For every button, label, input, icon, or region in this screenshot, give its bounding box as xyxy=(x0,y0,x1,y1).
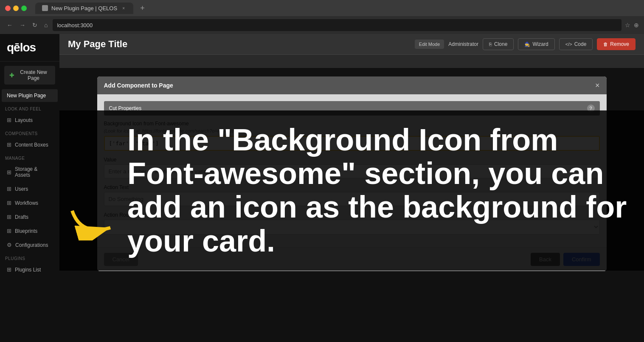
traffic-light-green[interactable] xyxy=(21,6,27,11)
modal-overlay[interactable]: Add Component to Page × Cut Properties ?… xyxy=(59,68,644,342)
tab-title: New Plugin Page | QELOS xyxy=(51,5,117,11)
content-boxes-icon: ⊞ xyxy=(7,141,11,148)
remove-icon: 🗑 xyxy=(603,42,608,47)
bookmark-button[interactable]: ☆ xyxy=(625,22,630,28)
clone-icon: ⎘ xyxy=(489,42,492,47)
action-route-section: Action Route xyxy=(104,212,600,235)
sidebar-item-workflows[interactable]: ⊞ Workflows xyxy=(2,196,58,209)
create-new-page-button[interactable]: ✚ Create New Page xyxy=(4,66,55,85)
modal: Add Component to Page × Cut Properties ?… xyxy=(97,76,607,271)
page-title: My Page Title xyxy=(68,39,127,50)
sidebar-item-plugins-list[interactable]: ⊞ Plugins List xyxy=(2,263,58,276)
value-section: Value xyxy=(104,157,600,178)
sidebar-item-storage[interactable]: ⊞ Storage & Assets xyxy=(2,163,58,181)
browser-addressbar: ← → ↻ ⌂ ☆ ⊕ xyxy=(0,16,644,34)
sidebar: qēlos ✚ Create New Page New Plugin Page … xyxy=(0,34,59,342)
modal-title: Add Component to Page xyxy=(104,82,173,89)
browser-tab[interactable]: New Plugin Page | QELOS × xyxy=(35,3,133,14)
modal-header: Add Component to Page × xyxy=(97,76,607,94)
storage-icon: ⊞ xyxy=(7,169,11,175)
admin-text: Administrator xyxy=(448,41,478,47)
browser-titlebar: New Plugin Page | QELOS × + xyxy=(0,0,644,16)
browser-chrome: New Plugin Page | QELOS × + ← → ↻ ⌂ ☆ ⊕ xyxy=(0,0,644,34)
drafts-icon: ⊞ xyxy=(7,214,11,220)
edit-mode-label: Edit Mode xyxy=(419,42,440,47)
action-text-input[interactable] xyxy=(104,192,600,206)
confirm-button[interactable]: Confirm xyxy=(563,253,600,266)
tooltip-text: Cut Properties xyxy=(109,105,142,111)
new-tab-button[interactable]: + xyxy=(137,4,148,13)
help-icon[interactable]: ? xyxy=(587,105,595,112)
bg-icon-label: Background Icon from Font-awesome xyxy=(104,121,600,127)
sidebar-item-content-boxes[interactable]: ⊞ Content Boxes xyxy=(2,138,58,151)
action-route-select[interactable] xyxy=(104,220,600,235)
sidebar-section-plugins: PLUGINS xyxy=(0,252,59,263)
action-text-label: Action Text xyxy=(104,184,600,190)
address-input[interactable] xyxy=(53,19,622,31)
back-nav-button[interactable]: ← xyxy=(5,20,14,30)
bg-icon-section: Background Icon from Font-awesome (Look … xyxy=(104,121,600,151)
header-actions: Edit Mode Administrator ⎘ Clone 🧙 Wizard… xyxy=(415,38,636,50)
blueprints-icon: ⊞ xyxy=(7,228,11,234)
configurations-icon: ⚙ xyxy=(7,242,12,248)
code-icon: </> xyxy=(565,42,572,47)
sidebar-item-users[interactable]: ⊞ Users xyxy=(2,182,58,195)
plus-icon: ✚ xyxy=(9,72,14,79)
sidebar-section-manage: MANAGE xyxy=(0,152,59,162)
action-route-label: Action Route xyxy=(104,212,600,218)
forward-nav-button[interactable]: → xyxy=(18,20,27,30)
tab-favicon xyxy=(42,5,48,11)
reload-button[interactable]: ↻ xyxy=(31,20,39,30)
footer-left: Cancel xyxy=(104,253,138,266)
sidebar-section-components: COMPONENTS xyxy=(0,127,59,138)
value-input[interactable] xyxy=(104,164,600,178)
layouts-icon: ⊞ xyxy=(7,117,11,123)
plugins-icon: ⊞ xyxy=(7,266,11,273)
extensions-button[interactable]: ⊕ xyxy=(634,22,639,28)
workflows-icon: ⊞ xyxy=(7,200,11,206)
logo-text: qēlos xyxy=(7,41,53,54)
sidebar-item-new-plugin-page[interactable]: New Plugin Page xyxy=(2,89,58,102)
sidebar-item-configurations[interactable]: ⚙ Configurations xyxy=(2,238,58,252)
home-button[interactable]: ⌂ xyxy=(42,20,49,30)
modal-close-button[interactable]: × xyxy=(595,82,600,89)
back-button[interactable]: Back xyxy=(531,253,560,266)
sidebar-item-drafts[interactable]: ⊞ Drafts xyxy=(2,210,58,223)
value-label: Value xyxy=(104,157,600,163)
modal-footer: Cancel Back Confirm xyxy=(97,247,607,271)
modal-body: Cut Properties ? Background Icon from Fo… xyxy=(97,94,607,247)
sidebar-section-look-and-feel: LOOK AND FEEL xyxy=(0,102,59,113)
bg-icon-input[interactable] xyxy=(104,136,600,151)
sidebar-item-layouts[interactable]: ⊞ Layouts xyxy=(2,113,58,127)
action-text-section: Action Text xyxy=(104,184,600,206)
remove-button[interactable]: 🗑 Remove xyxy=(597,38,636,50)
wizard-button[interactable]: 🧙 Wizard xyxy=(518,38,554,50)
app-container: qēlos ✚ Create New Page New Plugin Page … xyxy=(0,34,644,342)
sidebar-item-blueprints[interactable]: ⊞ Blueprints xyxy=(2,224,58,237)
main-header: My Page Title Edit Mode Administrator ⎘ … xyxy=(59,34,644,55)
users-icon: ⊞ xyxy=(7,186,11,192)
code-button[interactable]: </> Code xyxy=(559,38,593,50)
bg-icon-sublabel: (Look for icons at: https://fontawesome.… xyxy=(104,128,600,133)
traffic-light-yellow[interactable] xyxy=(13,6,19,11)
cancel-button[interactable]: Cancel xyxy=(104,253,138,266)
traffic-lights xyxy=(5,6,27,11)
footer-right: Back Confirm xyxy=(531,253,599,266)
edit-mode-toggle[interactable]: Edit Mode xyxy=(415,40,444,49)
tab-close-button[interactable]: × xyxy=(121,5,127,11)
wizard-icon: 🧙 xyxy=(524,42,530,47)
traffic-light-red[interactable] xyxy=(5,6,11,11)
tooltip-bar: Cut Properties ? xyxy=(104,101,600,116)
sidebar-logo: qēlos xyxy=(0,34,59,62)
clone-button[interactable]: ⎘ Clone xyxy=(483,38,514,50)
